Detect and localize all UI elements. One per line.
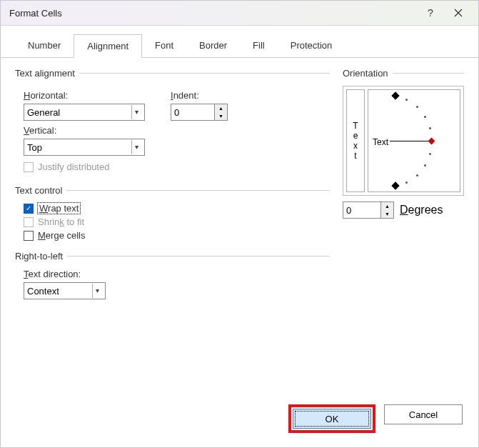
chevron-down-icon: ▾ (131, 140, 141, 154)
spinner-down-icon[interactable]: ▼ (381, 210, 393, 218)
wrap-text-checkbox[interactable]: ✓ (24, 204, 34, 214)
orientation-arc[interactable]: Text (368, 89, 460, 192)
text-direction-value: Context (27, 286, 59, 297)
group-label-text-control: Text control (15, 185, 66, 196)
horizontal-label: Horizontal: (24, 90, 145, 101)
titlebar: Format Cells ? (1, 1, 478, 26)
tab-fill[interactable]: Fill (240, 34, 278, 57)
group-label-text-alignment: Text alignment (15, 68, 79, 79)
svg-text:?: ? (428, 8, 433, 18)
text-direction-select[interactable]: Context ▾ (24, 282, 106, 299)
cancel-button[interactable]: Cancel (384, 404, 463, 424)
spinner-up-icon[interactable]: ▲ (215, 104, 227, 112)
wrap-text-label: Wrap text (38, 203, 80, 214)
group-orientation: Orientation T e x t Text (343, 68, 464, 219)
vertical-value: Top (27, 142, 42, 153)
tab-strip: Number Alignment Font Border Fill Protec… (1, 26, 478, 58)
format-cells-dialog: Format Cells ? Number Alignment Font Bor… (0, 0, 479, 448)
degrees-spinner[interactable]: 0 ▲ ▼ (343, 201, 394, 219)
dialog-title: Format Cells (9, 8, 415, 19)
chevron-down-icon: ▾ (92, 284, 102, 298)
dialog-footer: OK Cancel (1, 404, 478, 447)
merge-cells-label: Merge cells (38, 230, 85, 241)
merge-cells-checkbox[interactable] (24, 231, 34, 241)
group-text-alignment: Text alignment Horizontal: General ▾ Ver… (15, 68, 330, 175)
shrink-to-fit-checkbox (24, 217, 34, 227)
justify-distributed-checkbox (24, 162, 34, 172)
horizontal-value: General (27, 107, 60, 118)
indent-label: Indent: (171, 90, 228, 101)
orientation-arc-text: Text (373, 137, 388, 147)
text-direction-label: Text direction: (24, 269, 330, 279)
degrees-value: 0 (343, 205, 380, 216)
justify-distributed-label: Justify distributed (38, 161, 109, 172)
vertical-select[interactable]: Top ▾ (24, 139, 145, 156)
orientation-vertical-text[interactable]: T e x t (346, 89, 365, 192)
close-button[interactable] (444, 2, 473, 24)
horizontal-select[interactable]: General ▾ (24, 104, 145, 121)
spinner-down-icon[interactable]: ▼ (215, 112, 227, 120)
group-label-orientation: Orientation (343, 68, 393, 79)
tab-border[interactable]: Border (186, 34, 240, 57)
chevron-down-icon: ▾ (131, 105, 141, 119)
tab-font[interactable]: Font (142, 34, 186, 57)
shrink-to-fit-label: Shrink to fit (38, 216, 84, 227)
ok-button[interactable]: OK (293, 409, 371, 429)
tab-alignment[interactable]: Alignment (74, 34, 142, 58)
tab-number[interactable]: Number (15, 34, 74, 57)
indent-spinner[interactable]: 0 ▲ ▼ (171, 104, 228, 121)
vertical-label: Vertical: (24, 125, 145, 136)
indent-value: 0 (171, 107, 214, 118)
group-label-rtl: Right-to-left (15, 251, 67, 262)
tab-protection[interactable]: Protection (278, 34, 346, 57)
group-rtl: Right-to-left Text direction: Context ▾ (15, 251, 330, 299)
help-button[interactable]: ? (415, 2, 444, 24)
group-text-control: Text control ✓ Wrap text Shrink to fit M… (15, 185, 330, 241)
spinner-up-icon[interactable]: ▲ (381, 202, 393, 210)
degrees-label: Degrees (400, 204, 443, 216)
orientation-preview[interactable]: T e x t Text (343, 86, 464, 196)
ok-highlight: OK (288, 404, 375, 433)
